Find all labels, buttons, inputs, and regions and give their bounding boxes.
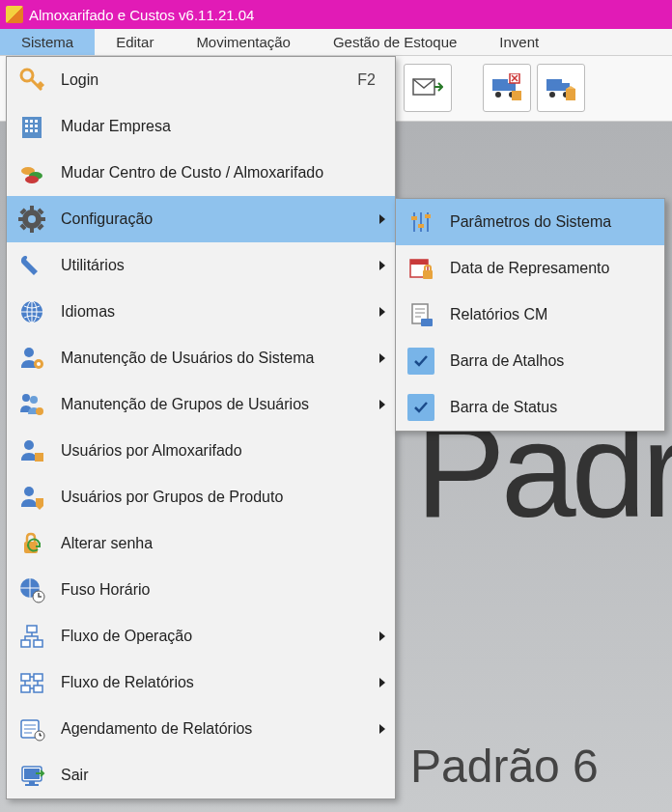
app-icon xyxy=(6,6,23,23)
svg-rect-67 xyxy=(418,224,424,228)
svg-rect-21 xyxy=(30,129,33,132)
menu-item-mudar-centro[interactable]: Mudar Centro de Custo / Almoxarifado xyxy=(7,150,395,196)
bg-text-small: Padrão 6 xyxy=(410,740,599,793)
menu-item-fuso-horario[interactable]: Fuso Horário xyxy=(7,567,395,613)
lock-cycle-icon xyxy=(16,528,47,559)
svg-rect-1 xyxy=(492,79,508,91)
submenu-item-data-represamento[interactable]: Data de Represamento xyxy=(396,245,664,292)
menu-label: Sair xyxy=(61,767,385,784)
svg-point-40 xyxy=(37,362,41,366)
svg-rect-2 xyxy=(508,83,516,91)
submenu-item-parametros[interactable]: Parâmetros do Sistema xyxy=(396,199,664,245)
sliders-icon xyxy=(406,207,436,238)
submenu-label: Relatórios CM xyxy=(450,306,547,323)
window-title: Almoxarifado e Custos v6.11.21.04 xyxy=(29,7,254,23)
user-tag-icon xyxy=(16,482,47,513)
svg-point-46 xyxy=(24,487,34,496)
report-icon xyxy=(406,299,436,330)
svg-rect-19 xyxy=(35,125,38,127)
svg-rect-54 xyxy=(34,674,42,681)
submenu-arrow-icon xyxy=(379,214,385,224)
submenu-label: Barra de Status xyxy=(450,399,557,416)
menu-label: Manutenção de Grupos de Usuários xyxy=(61,396,385,413)
menu-label: Configuração xyxy=(61,210,385,228)
svg-point-41 xyxy=(22,394,30,402)
svg-rect-51 xyxy=(21,640,30,647)
submenu-item-relatorios-cm[interactable]: Relatórios CM xyxy=(396,292,664,338)
globe-icon xyxy=(16,296,47,327)
submenu-arrow-icon xyxy=(379,353,385,363)
toolbar-truck-box-button[interactable] xyxy=(537,64,585,112)
submenu-arrow-icon xyxy=(379,307,385,317)
submenu-arrow-icon xyxy=(379,678,385,687)
toolbar-truck-cancel-button[interactable] xyxy=(483,64,531,112)
flow-icon xyxy=(16,621,47,652)
menu-item-manutencao-usuarios[interactable]: Manutenção de Usuários do Sistema xyxy=(7,335,395,381)
svg-rect-73 xyxy=(421,319,433,326)
submenu-arrow-icon xyxy=(379,400,385,409)
submenu-label: Barra de Atalhos xyxy=(450,352,564,370)
configuracao-submenu: Parâmetros do Sistema Data de Represamen… xyxy=(395,198,665,432)
menu-item-agendamento-relatorios[interactable]: Agendamento de Relatórios xyxy=(7,706,395,752)
key-icon xyxy=(16,65,47,96)
svg-point-25 xyxy=(25,176,39,183)
menu-inventario[interactable]: Invent xyxy=(478,29,560,55)
toolbar-mail-button[interactable] xyxy=(404,64,452,112)
menu-label: Alterar senha xyxy=(61,535,385,552)
submenu-label: Parâmetros do Sistema xyxy=(450,213,611,231)
svg-point-42 xyxy=(30,396,38,404)
menu-sistema[interactable]: Sistema xyxy=(0,29,95,55)
menu-item-mudar-empresa[interactable]: Mudar Empresa xyxy=(7,103,395,150)
submenu-item-barra-atalhos[interactable]: Barra de Atalhos xyxy=(396,338,664,384)
menu-item-utilitarios[interactable]: Utilitários xyxy=(7,242,395,289)
menu-label: Manutenção de Usuários do Sistema xyxy=(61,350,385,367)
submenu-arrow-icon xyxy=(379,631,385,641)
menu-label: Mudar Centro de Custo / Almoxarifado xyxy=(61,164,385,182)
svg-rect-16 xyxy=(35,120,38,123)
menu-label: Idiomas xyxy=(61,303,385,321)
menu-label: Mudar Empresa xyxy=(61,118,385,135)
submenu-arrow-icon xyxy=(379,724,385,734)
menu-item-fluxo-relatorios[interactable]: Fluxo de Relatórios xyxy=(7,659,395,706)
svg-rect-66 xyxy=(411,216,417,220)
svg-rect-7 xyxy=(546,79,562,91)
svg-rect-29 xyxy=(30,227,34,233)
flow-report-icon xyxy=(16,667,47,698)
menu-editar[interactable]: Editar xyxy=(95,29,175,55)
menu-shortcut: F2 xyxy=(357,71,376,89)
coins-icon xyxy=(16,157,47,188)
menu-item-usuarios-grupos-produto[interactable]: Usuários por Grupos de Produto xyxy=(7,474,395,520)
menu-item-login[interactable]: Login F2 xyxy=(7,57,395,103)
check-icon xyxy=(406,392,436,423)
svg-point-9 xyxy=(549,92,555,98)
user-box-icon xyxy=(16,435,47,466)
svg-rect-56 xyxy=(34,686,42,692)
user-gear-icon xyxy=(16,343,47,374)
menu-item-manutencao-grupos[interactable]: Manutenção de Grupos de Usuários xyxy=(7,381,395,428)
svg-rect-15 xyxy=(30,120,33,123)
svg-rect-17 xyxy=(25,125,28,127)
svg-rect-14 xyxy=(25,120,28,123)
svg-rect-28 xyxy=(30,206,34,211)
svg-rect-68 xyxy=(425,214,431,218)
globe-time-icon xyxy=(16,574,47,605)
check-icon xyxy=(406,346,436,377)
menu-item-usuarios-almoxarifado[interactable]: Usuários por Almoxarifado xyxy=(7,428,395,474)
submenu-item-barra-status[interactable]: Barra de Status xyxy=(396,384,664,431)
svg-rect-71 xyxy=(423,270,433,279)
building-icon xyxy=(16,111,47,142)
menu-item-sair[interactable]: Sair xyxy=(7,752,395,798)
menu-gestao-estoque[interactable]: Gestão de Estoque xyxy=(312,29,478,55)
menu-item-idiomas[interactable]: Idiomas xyxy=(7,289,395,335)
menu-movimentacao[interactable]: Movimentação xyxy=(175,29,312,55)
menu-label: Login xyxy=(61,71,357,89)
menubar: Sistema Editar Movimentação Gestão de Es… xyxy=(0,29,672,56)
svg-rect-55 xyxy=(21,686,30,692)
svg-rect-22 xyxy=(35,129,38,132)
menu-item-alterar-senha[interactable]: Alterar senha xyxy=(7,520,395,567)
menu-item-configuracao[interactable]: Configuração xyxy=(7,196,395,242)
wrench-icon xyxy=(16,250,47,281)
menu-item-fluxo-operacao[interactable]: Fluxo de Operação xyxy=(7,613,395,659)
svg-point-3 xyxy=(495,92,501,98)
menu-label: Fluxo de Operação xyxy=(61,628,385,645)
